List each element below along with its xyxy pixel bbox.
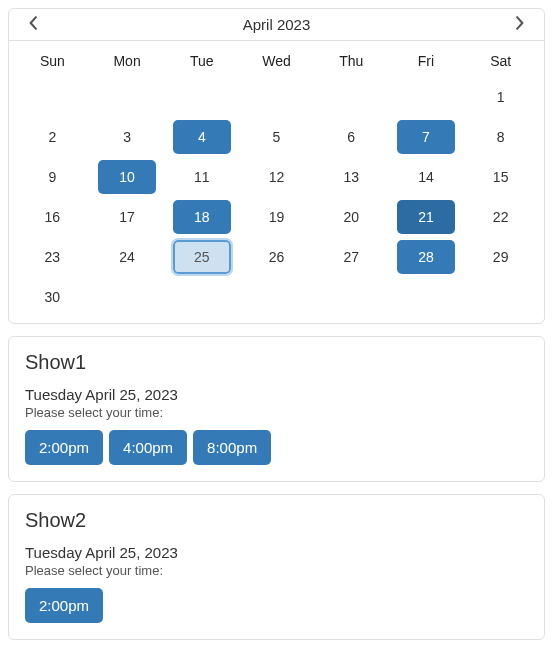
day-cell[interactable]: 6: [314, 117, 389, 157]
calendar-card: April 2023 SunMonTueWedThuFriSat 1234567…: [8, 8, 545, 324]
month-title: April 2023: [47, 16, 506, 33]
day-cell[interactable]: 25: [164, 237, 239, 277]
day-cell[interactable]: 30: [15, 277, 90, 317]
time-button[interactable]: 4:00pm: [109, 430, 187, 465]
show-card: Show2Tuesday April 25, 2023Please select…: [8, 494, 545, 640]
day-cell[interactable]: 28: [389, 237, 464, 277]
day-cell[interactable]: 1: [463, 77, 538, 117]
day-cell[interactable]: 2: [15, 117, 90, 157]
day-number: 10: [98, 160, 156, 194]
day-cell[interactable]: 10: [90, 157, 165, 197]
day-cell[interactable]: 8: [463, 117, 538, 157]
day-number: 24: [90, 240, 165, 274]
time-button[interactable]: 2:00pm: [25, 430, 103, 465]
day-number: 7: [397, 120, 455, 154]
prev-month-button[interactable]: [19, 13, 47, 37]
day-cell[interactable]: 26: [239, 237, 314, 277]
day-number: 25: [173, 240, 231, 274]
day-number: 1: [463, 80, 538, 114]
day-number: 26: [239, 240, 314, 274]
weekday-label: Sat: [463, 47, 538, 75]
day-cell[interactable]: 3: [90, 117, 165, 157]
day-cell[interactable]: 20: [314, 197, 389, 237]
day-cell[interactable]: 12: [239, 157, 314, 197]
day-number: 12: [239, 160, 314, 194]
time-button[interactable]: 2:00pm: [25, 588, 103, 623]
day-cell[interactable]: 5: [239, 117, 314, 157]
day-number: 30: [15, 280, 90, 314]
weekday-label: Wed: [239, 47, 314, 75]
day-cell: 21: [389, 197, 464, 237]
day-number: 19: [239, 200, 314, 234]
day-cell-blank: [239, 77, 314, 117]
day-cell[interactable]: 23: [15, 237, 90, 277]
day-number: 2: [15, 120, 90, 154]
day-number: 27: [314, 240, 389, 274]
day-number: 23: [15, 240, 90, 274]
day-number: 28: [397, 240, 455, 274]
day-cell[interactable]: 24: [90, 237, 165, 277]
day-number: 5: [239, 120, 314, 154]
show-date: Tuesday April 25, 2023: [25, 386, 528, 403]
time-button-row: 2:00pm4:00pm8:00pm: [25, 430, 528, 465]
next-month-button[interactable]: [506, 13, 534, 37]
day-number: 17: [90, 200, 165, 234]
show-title: Show1: [25, 351, 528, 374]
chevron-right-icon: [515, 16, 525, 33]
day-number: 13: [314, 160, 389, 194]
day-cell[interactable]: 17: [90, 197, 165, 237]
day-cell[interactable]: 4: [164, 117, 239, 157]
calendar-header: April 2023: [9, 9, 544, 41]
day-cell-blank: [15, 77, 90, 117]
day-number: 29: [463, 240, 538, 274]
show-instruction: Please select your time:: [25, 563, 528, 578]
day-cell[interactable]: 19: [239, 197, 314, 237]
day-number: 18: [173, 200, 231, 234]
weekday-label: Sun: [15, 47, 90, 75]
day-cell-blank: [90, 77, 165, 117]
day-cell[interactable]: 27: [314, 237, 389, 277]
weekday-label: Fri: [389, 47, 464, 75]
day-cell[interactable]: 13: [314, 157, 389, 197]
show-card: Show1Tuesday April 25, 2023Please select…: [8, 336, 545, 482]
day-number: 4: [173, 120, 231, 154]
weekday-label: Mon: [90, 47, 165, 75]
chevron-left-icon: [28, 16, 38, 33]
day-cell[interactable]: 16: [15, 197, 90, 237]
day-cell[interactable]: 7: [389, 117, 464, 157]
day-cell[interactable]: 14: [389, 157, 464, 197]
day-number: 22: [463, 200, 538, 234]
day-cell[interactable]: 15: [463, 157, 538, 197]
time-button-row: 2:00pm: [25, 588, 528, 623]
time-button[interactable]: 8:00pm: [193, 430, 271, 465]
day-number: 11: [164, 160, 239, 194]
weekday-row: SunMonTueWedThuFriSat: [9, 41, 544, 77]
day-cell[interactable]: 29: [463, 237, 538, 277]
day-number: 15: [463, 160, 538, 194]
day-number: 21: [397, 200, 455, 234]
day-number: 9: [15, 160, 90, 194]
show-instruction: Please select your time:: [25, 405, 528, 420]
day-cell[interactable]: 22: [463, 197, 538, 237]
day-number: 8: [463, 120, 538, 154]
day-cell-blank: [389, 77, 464, 117]
day-cell[interactable]: 11: [164, 157, 239, 197]
day-number: 16: [15, 200, 90, 234]
days-grid: 1234567891011121314151617181920212223242…: [9, 77, 544, 323]
day-number: 20: [314, 200, 389, 234]
day-number: 3: [90, 120, 165, 154]
weekday-label: Thu: [314, 47, 389, 75]
day-cell-blank: [164, 77, 239, 117]
day-number: 14: [389, 160, 464, 194]
day-cell-blank: [314, 77, 389, 117]
day-cell[interactable]: 18: [164, 197, 239, 237]
show-title: Show2: [25, 509, 528, 532]
day-cell[interactable]: 9: [15, 157, 90, 197]
show-date: Tuesday April 25, 2023: [25, 544, 528, 561]
day-number: 6: [314, 120, 389, 154]
weekday-label: Tue: [164, 47, 239, 75]
